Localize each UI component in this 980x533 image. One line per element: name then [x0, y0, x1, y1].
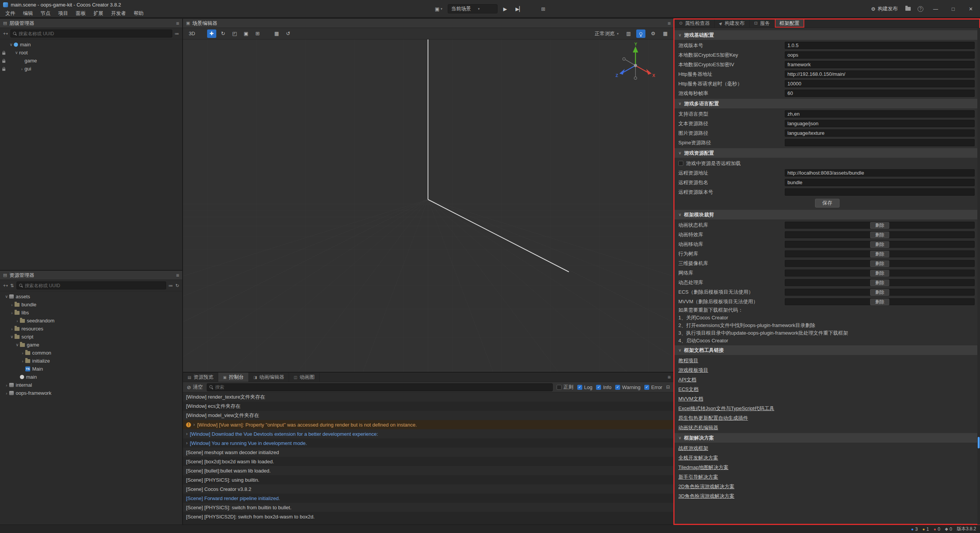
- scene-viewport[interactable]: Y X Z: [183, 39, 674, 372]
- delete-button[interactable]: 删除: [870, 251, 889, 257]
- tree-item[interactable]: ›seedrandom: [0, 317, 182, 325]
- close-button[interactable]: ✕: [963, 3, 978, 15]
- collapse-arrow-open-icon[interactable]: ∨: [4, 294, 9, 299]
- transform-tool-icon[interactable]: ⊞: [253, 29, 262, 38]
- menu-item-4[interactable]: 面板: [72, 9, 90, 18]
- console-log-row[interactable]: ›[Window] You are running Vue in develop…: [183, 438, 674, 448]
- scrollbar[interactable]: [977, 28, 980, 525]
- collapse-arrow-closed-icon[interactable]: ›: [9, 327, 15, 331]
- delete-button[interactable]: 删除: [870, 299, 889, 305]
- config-input[interactable]: [785, 61, 975, 68]
- tree-item[interactable]: game: [0, 57, 182, 65]
- axis-gizmo[interactable]: Y X Z: [612, 42, 658, 88]
- tree-item[interactable]: ›resources: [0, 325, 182, 333]
- collapse-arrow-closed-icon[interactable]: ›: [20, 351, 25, 355]
- tree-item[interactable]: ›common: [0, 349, 182, 357]
- config-input[interactable]: [785, 70, 975, 78]
- tree-item[interactable]: TSMain: [0, 365, 182, 373]
- delete-button[interactable]: 删除: [870, 270, 889, 276]
- console-log-row[interactable]: [Scene] [PHYSICS2D]: switch from box2d-w…: [183, 512, 674, 521]
- console-log-row[interactable]: [Window] model_view文件夹存在: [183, 411, 674, 420]
- collapse-arrow-open-icon[interactable]: ∨: [9, 334, 15, 339]
- console-log-row[interactable]: [Scene] [box2d]:box2d wasm lib loaded.: [183, 457, 674, 466]
- collapse-arrow-open-icon[interactable]: ∨: [8, 42, 14, 47]
- layers-icon[interactable]: ▥: [624, 29, 633, 38]
- layout-grid-icon[interactable]: ⊞: [539, 5, 547, 13]
- tree-item[interactable]: ∨script: [0, 333, 182, 341]
- mode-3d-button[interactable]: 3D: [187, 29, 197, 38]
- console-log-row[interactable]: ›[Window] Download the Vue Devtools exte…: [183, 429, 674, 438]
- tree-item[interactable]: ›oops-framework: [0, 389, 182, 397]
- inspector-tab-1[interactable]: ▶构建发布: [715, 19, 750, 28]
- section-header[interactable]: ∨游戏资源配置: [675, 148, 980, 158]
- panel-menu-icon[interactable]: ≡: [665, 374, 674, 380]
- filter-icon[interactable]: ≔: [175, 31, 179, 36]
- task-counter[interactable]: ◆ 0: [945, 526, 952, 532]
- collapse-arrow-open-icon[interactable]: ∨: [15, 342, 20, 347]
- config-input[interactable]: [785, 188, 975, 196]
- tree-item[interactable]: ›initialize: [0, 357, 182, 365]
- section-header[interactable]: ∨框架文档工具链接: [675, 345, 980, 355]
- rotate-tool-icon[interactable]: ↻: [219, 29, 228, 38]
- collapse-arrow-closed-icon[interactable]: ›: [4, 383, 9, 387]
- doc-link[interactable]: API文档: [678, 375, 696, 384]
- console-tab-1[interactable]: ▣控制台: [218, 373, 248, 382]
- console-search-input[interactable]: [215, 384, 550, 390]
- doc-link[interactable]: 动画状态机编辑器: [678, 423, 718, 432]
- tree-item[interactable]: ›bundle: [0, 301, 182, 309]
- inspector-tab-3[interactable]: 框架配置: [775, 19, 804, 28]
- doc-link[interactable]: 3D角色扮演游戏解决方案: [678, 491, 735, 501]
- assets-search-input[interactable]: [25, 283, 163, 288]
- doc-link[interactable]: ECS文档: [678, 384, 699, 394]
- create-node-button[interactable]: +▾: [3, 31, 8, 36]
- build-publish-button[interactable]: ⚙ 构建发布: [868, 4, 901, 14]
- expand-arrow-icon[interactable]: ›: [193, 422, 195, 427]
- config-input[interactable]: [785, 169, 975, 177]
- collapse-arrow-open-icon[interactable]: ∨: [14, 50, 19, 55]
- hierarchy-search-input[interactable]: [19, 31, 170, 36]
- sort-assets-icon[interactable]: ⇅: [10, 283, 14, 288]
- doc-link[interactable]: 战棋游戏框架: [678, 443, 708, 453]
- scene-settings-icon[interactable]: ⚙: [648, 29, 658, 38]
- move-tool-icon[interactable]: ✚: [207, 29, 216, 38]
- console-filter-error[interactable]: ✓Error: [644, 384, 662, 390]
- panel-menu-icon[interactable]: ≡: [176, 20, 179, 26]
- config-input[interactable]: [785, 42, 975, 49]
- menu-item-6[interactable]: 开发者: [107, 9, 130, 18]
- checkbox-icon[interactable]: [678, 161, 683, 166]
- view-mode-select[interactable]: 正常浏览 ▾: [592, 30, 621, 37]
- delete-button[interactable]: 删除: [870, 260, 889, 267]
- inspector-tab-2[interactable]: ⊡服务: [750, 19, 775, 28]
- inspector-tab-0[interactable]: ⊙属性检查器: [675, 19, 715, 28]
- config-input[interactable]: [785, 139, 975, 146]
- collapse-arrow-closed-icon[interactable]: ›: [9, 302, 15, 307]
- section-header[interactable]: ∨框架模块裁剪: [675, 210, 980, 219]
- tree-item[interactable]: ∨main: [0, 41, 182, 49]
- collapse-arrow-closed-icon[interactable]: ›: [19, 67, 24, 71]
- console-log-row[interactable]: [Scene] [PHYSICS]: switch from builtin t…: [183, 503, 674, 512]
- play-button[interactable]: ▶: [500, 5, 510, 13]
- tree-item[interactable]: ›internal: [0, 381, 182, 389]
- create-asset-button[interactable]: +▾: [3, 283, 8, 288]
- console-tab-0[interactable]: ▤资源预览: [183, 373, 218, 382]
- pivot-toggle-icon[interactable]: ↺: [284, 29, 293, 38]
- config-input[interactable]: [785, 110, 975, 118]
- menu-item-5[interactable]: 扩展: [90, 9, 107, 18]
- delete-button[interactable]: 删除: [870, 289, 889, 296]
- filter-icon[interactable]: ≔: [168, 283, 173, 288]
- scene-select[interactable]: 当前场景 ▾: [448, 4, 497, 13]
- console-tab-2[interactable]: ◨动画编辑器: [249, 373, 289, 382]
- save-button[interactable]: 保存: [815, 199, 840, 208]
- minimize-button[interactable]: —: [928, 3, 943, 15]
- doc-link[interactable]: 原生包热更新配置自动生成插件: [678, 413, 748, 423]
- snap-grid-icon[interactable]: ▦: [272, 29, 281, 38]
- section-header[interactable]: ∨框架解决方案: [675, 433, 980, 443]
- doc-link[interactable]: 全栈开发解决方案: [678, 453, 718, 463]
- console-log-row[interactable]: [Window] render_texture文件夹存在: [183, 392, 674, 402]
- console-log-row[interactable]: [Scene] meshopt wasm decoder initialized: [183, 448, 674, 457]
- regex-toggle[interactable]: 正则: [557, 384, 573, 391]
- collapse-arrow-closed-icon[interactable]: ›: [9, 311, 15, 315]
- scene-light-icon[interactable]: [636, 29, 645, 38]
- clear-console-button[interactable]: ⊘ 清空: [187, 384, 203, 391]
- refresh-icon[interactable]: ↻: [175, 283, 179, 288]
